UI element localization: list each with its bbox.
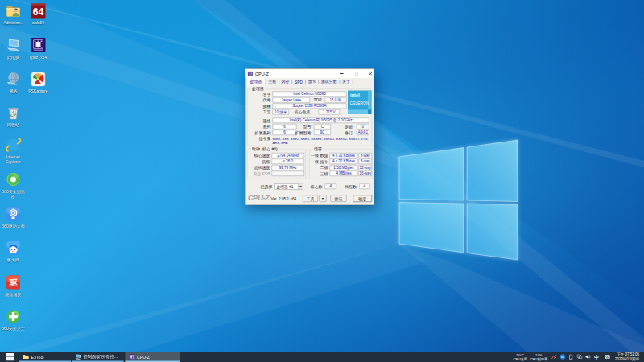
cpuz-window-icon bbox=[248, 71, 254, 76]
fscapture-icon bbox=[30, 71, 47, 88]
system-tray: 50°C CPU温度 13% CPU利用率 bbox=[514, 352, 644, 362]
desktop-icon-label: 360驱动大师 bbox=[2, 224, 24, 228]
desktop-icon-network[interactable]: 网络 bbox=[0, 71, 27, 94]
tab-spd[interactable]: SPD bbox=[292, 80, 304, 86]
package-label: 插槽 bbox=[247, 104, 271, 109]
processor-select[interactable]: 处理器 #1 bbox=[275, 183, 304, 190]
tab-mainboard[interactable]: 主板 bbox=[266, 78, 279, 86]
technology-field: 10 纳米 bbox=[273, 109, 290, 115]
tab-processor[interactable]: 处理器 bbox=[247, 77, 266, 86]
l1-inst-label: 一级 指令 bbox=[307, 159, 328, 165]
windows-logo bbox=[399, 140, 518, 260]
tdp-field: 15.0 W bbox=[324, 97, 347, 103]
close-button[interactable] bbox=[365, 69, 378, 78]
l2-label: 二级 bbox=[307, 165, 328, 171]
cores-label: 核心数 bbox=[307, 184, 323, 190]
cpu-temp-label: CPU温度 bbox=[514, 357, 527, 361]
ime-indicator-text: 中 bbox=[594, 353, 599, 360]
tab-memory[interactable]: 内存 bbox=[279, 78, 291, 86]
taskbar-button-label: 控制面板\所有控... bbox=[84, 354, 118, 360]
dropdown-caret-icon bbox=[299, 186, 302, 187]
maximize-button[interactable] bbox=[350, 69, 363, 78]
cpuz-window: CPU-Z 处理器| 主板| 内存| SPD| 显卡| 测试分数| 关于| bbox=[245, 69, 374, 206]
desktop-icon-this-pc[interactable]: 此电脑 bbox=[0, 37, 27, 60]
window-title: CPU-Z bbox=[255, 72, 269, 76]
validate-button[interactable]: 验证 bbox=[331, 195, 347, 203]
desktop-icon-cpuz-x64[interactable]: cpuz_x64 bbox=[24, 37, 52, 60]
cpu-usage-readout[interactable]: 13% CPU利用率 bbox=[530, 353, 548, 361]
dropdown-caret-icon bbox=[322, 198, 324, 200]
cpuz-taskbar-icon bbox=[129, 354, 135, 360]
recycle-bin-icon bbox=[5, 105, 22, 121]
desktop-icon-driver-genius[interactable]: 驱 驱动精灵 bbox=[0, 274, 27, 298]
revision-field: A0/A1 bbox=[357, 130, 369, 136]
codename-label: 代号 bbox=[247, 97, 271, 103]
desktop-icon-master-lu[interactable]: 鲁大师 bbox=[0, 240, 27, 263]
taskbar-button-label: CPU-Z bbox=[137, 355, 150, 360]
taskbar-button-control-panel[interactable]: 控制面板\所有控... bbox=[72, 352, 124, 362]
desktop-icon-label: 回收站 bbox=[7, 123, 19, 128]
tray-graph-icon[interactable] bbox=[550, 355, 559, 360]
svg-text:驱: 驱 bbox=[9, 278, 19, 287]
desktop-icon-internet-explorer[interactable]: Internet Explorer bbox=[0, 137, 27, 165]
instructions-label: 指令集 bbox=[247, 136, 271, 142]
taskbar-button-explorer[interactable]: E:\Tool bbox=[19, 352, 71, 362]
desktop-icon-aida64[interactable]: 64 aida64 bbox=[24, 2, 52, 26]
cores-field: 4 bbox=[325, 184, 337, 190]
this-pc-icon bbox=[5, 37, 22, 54]
desktop-icon-360-driver-master[interactable]: 360驱动大师 bbox=[0, 206, 27, 229]
instructions-text: MMX, SSE, SSE2, SSE3, SSSE3, SSE4.1, SSE… bbox=[273, 137, 372, 146]
badge-brand: intel bbox=[350, 93, 360, 97]
tools-dropdown-button[interactable] bbox=[320, 195, 327, 203]
threads-label: 线程数 bbox=[341, 184, 357, 190]
tab-graphics[interactable]: 显卡 bbox=[306, 78, 318, 86]
touch-keyboard-icon[interactable] bbox=[603, 355, 612, 360]
cpu-temp-readout[interactable]: 50°C CPU温度 bbox=[514, 353, 527, 361]
tab-about[interactable]: 关于 bbox=[341, 78, 353, 86]
tools-button[interactable]: 工具 bbox=[303, 195, 318, 203]
maximize-icon bbox=[355, 72, 358, 76]
core-speed-label: 核心速度 bbox=[246, 153, 270, 158]
desktop-icon-360-safe-guard[interactable]: 360安全卫士 bbox=[0, 308, 27, 331]
minimize-button[interactable] bbox=[336, 69, 349, 78]
tray-360-icon[interactable] bbox=[559, 354, 568, 360]
cpuz-tab-strip: 处理器| 主板| 内存| SPD| 显卡| 测试分数| 关于| bbox=[246, 78, 374, 86]
tray-phone-icon[interactable] bbox=[567, 354, 576, 360]
l1-data-assoc-field: 8-way bbox=[359, 153, 373, 158]
tab-bench[interactable]: 测试分数 bbox=[319, 78, 339, 86]
stepping-field: 0 bbox=[357, 124, 369, 130]
network-icon bbox=[5, 71, 22, 88]
taskbar-button-cpuz[interactable]: CPU-Z bbox=[126, 352, 181, 362]
desktop-icon-recycle-bin[interactable]: 回收站 bbox=[0, 105, 27, 128]
taskbar: E:\Tool 控制面板\所有控... CPU-Z 50°C bbox=[0, 352, 644, 362]
ext-model-field: 9C bbox=[314, 130, 331, 136]
tray-volume-icon[interactable] bbox=[584, 355, 592, 360]
ext-family-field: 6 bbox=[273, 130, 297, 136]
l3-label: 三级 bbox=[307, 171, 328, 177]
cpuz-logo: CPU-Z bbox=[248, 193, 270, 202]
360-safe-guard-icon bbox=[5, 308, 22, 325]
desktop-icon-label: 驱动精灵 bbox=[6, 292, 22, 297]
control-panel-icon bbox=[75, 354, 81, 360]
start-button[interactable] bbox=[0, 352, 19, 362]
desktop-icon-fscapture[interactable]: FSCapture bbox=[24, 71, 52, 94]
threads-field: 4 bbox=[359, 184, 370, 190]
instructions-line2: AES, SHA bbox=[273, 141, 288, 145]
cpuz-client-area: 处理器 名字 Intel Celeron N5095 代号 Jasper Lak… bbox=[246, 86, 374, 205]
ime-indicator[interactable]: 中 bbox=[592, 353, 601, 360]
desktop-icon-label: 360安全浏览器 bbox=[1, 189, 27, 199]
name-field: Intel Celeron N5095 bbox=[273, 92, 347, 97]
tab-separator: | bbox=[353, 80, 353, 86]
combo-dropdown-icon[interactable] bbox=[298, 184, 303, 190]
spec-field: Intel(R) Celeron(R) N5095 @ 2.00GHz bbox=[273, 118, 369, 124]
l1-data-label: 一级 数据 bbox=[307, 153, 328, 158]
selection-label: 已选择 bbox=[249, 184, 273, 190]
master-lu-icon bbox=[5, 240, 22, 257]
tray-network-icon[interactable] bbox=[576, 355, 584, 360]
taskbar-clock[interactable]: 下午 07:51:06 2023/4/13/周四 bbox=[615, 352, 639, 361]
desktop-icon-administrator[interactable]: Administr... bbox=[0, 2, 27, 26]
internet-explorer-icon bbox=[5, 137, 22, 154]
group-title: 时钟 (核心 #0) bbox=[251, 146, 279, 152]
ok-button[interactable]: 确定 bbox=[353, 195, 373, 203]
desktop-icon-360-browser[interactable]: 360安全浏览器 bbox=[0, 171, 27, 200]
